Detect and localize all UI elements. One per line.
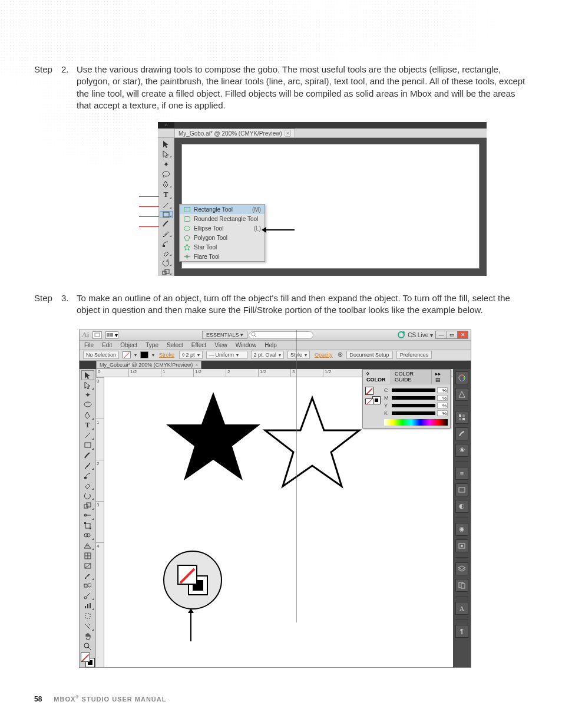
- color-guide-panel-icon[interactable]: [455, 388, 468, 401]
- menu-select[interactable]: Select: [167, 342, 183, 348]
- graph-tool-icon[interactable]: [81, 601, 94, 611]
- stroke-link[interactable]: Stroke: [158, 352, 176, 358]
- panel-fill-stroke[interactable]: [365, 387, 381, 404]
- transparency-panel-icon[interactable]: ◐: [455, 500, 468, 513]
- swatches-panel-icon[interactable]: [455, 411, 468, 424]
- stroke-swatch[interactable]: [140, 351, 148, 358]
- symbol-sprayer-tool-icon[interactable]: [81, 591, 94, 601]
- blend-tool-icon[interactable]: [81, 581, 94, 591]
- rectangle-tool-icon[interactable]: [81, 440, 94, 450]
- cs-live-label[interactable]: CS Live ▾: [408, 332, 433, 338]
- preferences-button[interactable]: Preferences: [396, 351, 432, 359]
- hand-tool-icon[interactable]: [81, 631, 94, 641]
- pencil-tool-icon[interactable]: [160, 229, 173, 238]
- pen-tool-icon[interactable]: [81, 410, 94, 420]
- direct-selection-tool-icon[interactable]: [81, 380, 94, 390]
- paintbrush-tool-icon[interactable]: [81, 450, 94, 460]
- fill-stroke-control[interactable]: [81, 653, 95, 667]
- eraser-tool-icon[interactable]: [81, 480, 94, 490]
- paintbrush-tool-icon[interactable]: [160, 219, 173, 228]
- artboards-panel-icon[interactable]: [455, 579, 468, 592]
- menu-type[interactable]: Type: [146, 342, 158, 348]
- lasso-tool-icon[interactable]: [81, 400, 94, 410]
- paragraph-panel-icon[interactable]: ¶: [455, 625, 468, 638]
- rectangle-tool-icon[interactable]: [160, 211, 173, 218]
- blob-brush-tool-icon[interactable]: [160, 239, 173, 248]
- search-field[interactable]: [249, 331, 313, 339]
- stroke-panel-icon[interactable]: ≡: [455, 467, 468, 480]
- align-icon[interactable]: ⦿: [338, 352, 343, 358]
- gradient-panel-icon[interactable]: [455, 483, 468, 496]
- close-icon[interactable]: ×: [285, 130, 291, 137]
- menu-object[interactable]: Object: [120, 342, 137, 348]
- flyout-rectangle-tool[interactable]: Rectangle Tool (M): [180, 205, 265, 214]
- type-tool-icon[interactable]: T: [81, 420, 94, 430]
- fill-swatch[interactable]: [123, 351, 131, 358]
- document-setup-button[interactable]: Document Setup: [346, 351, 393, 359]
- magic-wand-tool-icon[interactable]: ✦: [160, 160, 173, 169]
- color-panel-icon[interactable]: [455, 371, 468, 384]
- type-tool-icon[interactable]: T: [160, 190, 173, 200]
- pen-tool-icon[interactable]: [160, 180, 173, 189]
- width-tool-icon[interactable]: [81, 510, 94, 521]
- menu-help[interactable]: Help: [265, 342, 277, 348]
- scale-tool-icon[interactable]: [81, 500, 94, 510]
- gradient-tool-icon[interactable]: [81, 561, 94, 571]
- rotate-tool-icon[interactable]: [160, 258, 173, 267]
- graphic-styles-panel-icon[interactable]: [455, 539, 468, 552]
- menu-edit[interactable]: Edit: [102, 342, 112, 348]
- flyout-star-tool[interactable]: Star Tool: [180, 242, 265, 252]
- document-tab[interactable]: My_Gobo.ai* @ 200% (CMYK/Preview) ×: [174, 129, 295, 137]
- color-guide-tab[interactable]: COLOR GUIDE: [391, 370, 432, 384]
- workspace-switcher[interactable]: ESSENTIALS ▾: [202, 331, 247, 339]
- appearance-panel-icon[interactable]: ◉: [455, 523, 468, 536]
- menu-effect[interactable]: Effect: [191, 342, 206, 348]
- flyout-ellipse-tool[interactable]: Ellipse Tool (L): [180, 223, 265, 233]
- flyout-polygon-tool[interactable]: Polygon Tool: [180, 233, 265, 242]
- k-slider[interactable]: [392, 411, 435, 415]
- opacity-link[interactable]: Opacity: [313, 352, 334, 358]
- profile-select[interactable]: — Uniform: [206, 351, 247, 359]
- rotate-tool-icon[interactable]: [81, 490, 94, 500]
- flyout-flare-tool[interactable]: Flare Tool: [180, 252, 265, 261]
- perspective-tool-icon[interactable]: [81, 541, 94, 551]
- eraser-tool-icon[interactable]: [160, 249, 173, 257]
- character-panel-icon[interactable]: A: [455, 602, 468, 615]
- menu-window[interactable]: Window: [236, 342, 257, 348]
- line-tool-icon[interactable]: [160, 201, 173, 210]
- shape-builder-tool-icon[interactable]: [81, 531, 94, 541]
- maximize-button[interactable]: ▭: [447, 331, 457, 338]
- minimize-button[interactable]: —: [436, 331, 447, 338]
- brushes-panel-icon[interactable]: [455, 427, 468, 440]
- scale-tool-icon[interactable]: [160, 268, 173, 276]
- menu-view[interactable]: View: [214, 342, 227, 348]
- menu-file[interactable]: File: [84, 342, 94, 348]
- eyedropper-tool-icon[interactable]: [81, 571, 94, 581]
- m-slider[interactable]: [392, 396, 435, 400]
- magic-wand-tool-icon[interactable]: ✦: [81, 390, 94, 400]
- selection-tool-icon[interactable]: [81, 370, 94, 380]
- brush-select[interactable]: 2 pt. Oval: [251, 351, 285, 359]
- flyout-rounded-rectangle-tool[interactable]: Rounded Rectangle Tool: [180, 214, 265, 223]
- blob-brush-tool-icon[interactable]: [81, 470, 94, 480]
- style-select[interactable]: Style: [287, 351, 310, 359]
- direct-selection-tool-icon[interactable]: [160, 150, 173, 159]
- stroke-weight[interactable]: ◊ 2 pt: [179, 351, 202, 359]
- close-icon[interactable]: ×: [195, 362, 198, 368]
- pencil-tool-icon[interactable]: [81, 460, 94, 470]
- symbols-panel-icon[interactable]: ❀: [455, 444, 468, 457]
- artboard-tool-icon[interactable]: [81, 611, 94, 621]
- bridge-icon[interactable]: [92, 331, 102, 339]
- line-tool-icon[interactable]: [81, 430, 94, 440]
- free-transform-tool-icon[interactable]: [81, 521, 94, 531]
- close-button[interactable]: ✕: [457, 331, 468, 338]
- arrange-icon[interactable]: ▾: [105, 331, 118, 339]
- mesh-tool-icon[interactable]: [81, 551, 94, 561]
- y-slider[interactable]: [392, 404, 435, 407]
- slice-tool-icon[interactable]: [81, 621, 94, 631]
- zoom-tool-icon[interactable]: [81, 641, 94, 651]
- color-tab[interactable]: ◊ COLOR: [363, 370, 391, 384]
- lasso-tool-icon[interactable]: [160, 170, 173, 179]
- layers-panel-icon[interactable]: [455, 562, 468, 575]
- selection-tool-icon[interactable]: [160, 140, 173, 149]
